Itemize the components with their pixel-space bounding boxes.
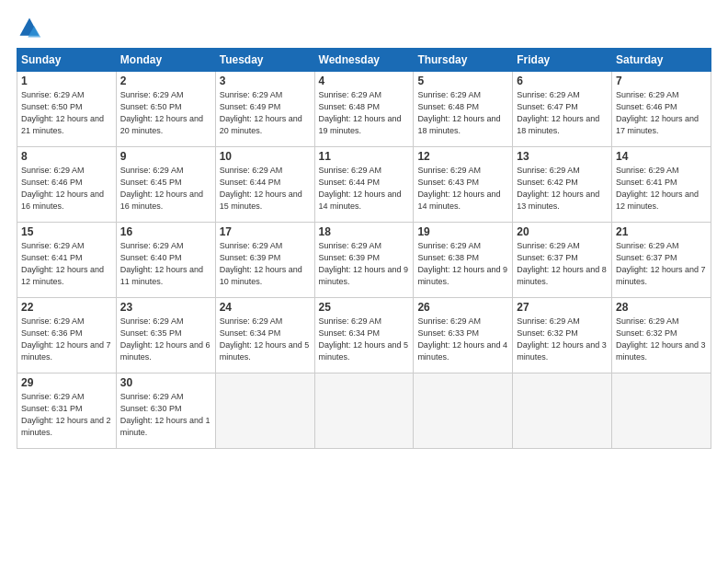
day-info: Sunrise: 6:29 AMSunset: 6:46 PMDaylight:… (21, 165, 112, 213)
day-number: 30 (120, 376, 211, 389)
day-info: Sunrise: 6:29 AMSunset: 6:50 PMDaylight:… (120, 89, 211, 137)
day-info: Sunrise: 6:29 AMSunset: 6:34 PMDaylight:… (220, 316, 311, 363)
day-header-sunday: Sunday (17, 49, 117, 72)
day-number: 14 (616, 150, 707, 163)
day-header-friday: Friday (513, 49, 612, 72)
day-info: Sunrise: 6:29 AMSunset: 6:40 PMDaylight:… (120, 240, 211, 288)
calendar-cell: 16Sunrise: 6:29 AMSunset: 6:40 PMDayligh… (116, 223, 215, 298)
day-header-wednesday: Wednesday (314, 49, 414, 72)
day-number: 7 (616, 75, 707, 87)
day-number: 24 (220, 301, 311, 314)
day-header-tuesday: Tuesday (215, 49, 314, 72)
calendar-cell: 14Sunrise: 6:29 AMSunset: 6:41 PMDayligh… (612, 147, 711, 223)
day-info: Sunrise: 6:29 AMSunset: 6:32 PMDaylight:… (616, 316, 707, 363)
day-number: 23 (120, 301, 211, 314)
day-number: 3 (220, 75, 311, 87)
day-info: Sunrise: 6:29 AMSunset: 6:42 PMDaylight:… (517, 165, 608, 213)
day-number: 25 (319, 301, 410, 314)
calendar-week-4: 22Sunrise: 6:29 AMSunset: 6:36 PMDayligh… (17, 298, 711, 373)
day-number: 17 (220, 225, 311, 238)
calendar-table: SundayMondayTuesdayWednesdayThursdayFrid… (17, 48, 711, 449)
calendar-cell: 23Sunrise: 6:29 AMSunset: 6:35 PMDayligh… (116, 298, 215, 373)
day-number: 4 (319, 75, 410, 87)
day-header-thursday: Thursday (414, 49, 513, 72)
calendar-cell: 3Sunrise: 6:29 AMSunset: 6:49 PMDaylight… (215, 72, 314, 147)
day-info: Sunrise: 6:29 AMSunset: 6:34 PMDaylight:… (319, 316, 410, 363)
calendar-cell: 19Sunrise: 6:29 AMSunset: 6:38 PMDayligh… (414, 223, 513, 298)
day-number: 15 (21, 225, 112, 238)
day-number: 2 (120, 75, 211, 87)
calendar-cell: 15Sunrise: 6:29 AMSunset: 6:41 PMDayligh… (17, 223, 117, 298)
day-info: Sunrise: 6:29 AMSunset: 6:47 PMDaylight:… (517, 89, 608, 137)
day-number: 12 (417, 150, 508, 163)
day-info: Sunrise: 6:29 AMSunset: 6:48 PMDaylight:… (319, 89, 410, 137)
day-info: Sunrise: 6:29 AMSunset: 6:39 PMDaylight:… (319, 240, 410, 288)
calendar-cell: 11Sunrise: 6:29 AMSunset: 6:44 PMDayligh… (314, 147, 414, 223)
calendar-cell: 28Sunrise: 6:29 AMSunset: 6:32 PMDayligh… (612, 298, 711, 373)
day-info: Sunrise: 6:29 AMSunset: 6:37 PMDaylight:… (517, 240, 608, 288)
day-number: 10 (220, 150, 311, 163)
calendar-cell (612, 373, 711, 449)
calendar-week-5: 29Sunrise: 6:29 AMSunset: 6:31 PMDayligh… (17, 373, 711, 449)
day-number: 8 (21, 150, 112, 163)
day-number: 21 (616, 225, 707, 238)
day-info: Sunrise: 6:29 AMSunset: 6:48 PMDaylight:… (417, 89, 508, 137)
day-info: Sunrise: 6:29 AMSunset: 6:45 PMDaylight:… (120, 165, 211, 213)
calendar-cell: 22Sunrise: 6:29 AMSunset: 6:36 PMDayligh… (17, 298, 117, 373)
calendar-cell: 21Sunrise: 6:29 AMSunset: 6:37 PMDayligh… (612, 223, 711, 298)
day-info: Sunrise: 6:29 AMSunset: 6:37 PMDaylight:… (616, 240, 707, 288)
calendar-week-2: 8Sunrise: 6:29 AMSunset: 6:46 PMDaylight… (17, 147, 711, 223)
calendar-cell: 20Sunrise: 6:29 AMSunset: 6:37 PMDayligh… (513, 223, 612, 298)
day-number: 26 (417, 301, 508, 314)
day-info: Sunrise: 6:29 AMSunset: 6:33 PMDaylight:… (417, 316, 508, 363)
day-number: 22 (21, 301, 112, 314)
header (17, 15, 711, 40)
calendar-cell: 9Sunrise: 6:29 AMSunset: 6:45 PMDaylight… (116, 147, 215, 223)
logo-icon (17, 15, 42, 40)
calendar-cell (414, 373, 513, 449)
day-info: Sunrise: 6:29 AMSunset: 6:46 PMDaylight:… (616, 89, 707, 137)
calendar-cell: 18Sunrise: 6:29 AMSunset: 6:39 PMDayligh… (314, 223, 414, 298)
calendar-cell: 26Sunrise: 6:29 AMSunset: 6:33 PMDayligh… (414, 298, 513, 373)
calendar-cell: 2Sunrise: 6:29 AMSunset: 6:50 PMDaylight… (116, 72, 215, 147)
calendar-cell: 24Sunrise: 6:29 AMSunset: 6:34 PMDayligh… (215, 298, 314, 373)
day-number: 9 (120, 150, 211, 163)
calendar-cell: 27Sunrise: 6:29 AMSunset: 6:32 PMDayligh… (513, 298, 612, 373)
day-info: Sunrise: 6:29 AMSunset: 6:39 PMDaylight:… (220, 240, 311, 288)
day-info: Sunrise: 6:29 AMSunset: 6:32 PMDaylight:… (517, 316, 608, 363)
calendar-week-1: 1Sunrise: 6:29 AMSunset: 6:50 PMDaylight… (17, 72, 711, 147)
day-number: 11 (319, 150, 410, 163)
calendar-cell: 7Sunrise: 6:29 AMSunset: 6:46 PMDaylight… (612, 72, 711, 147)
calendar-cell: 4Sunrise: 6:29 AMSunset: 6:48 PMDaylight… (314, 72, 414, 147)
day-number: 16 (120, 225, 211, 238)
day-number: 29 (21, 376, 112, 389)
day-info: Sunrise: 6:29 AMSunset: 6:38 PMDaylight:… (417, 240, 508, 288)
day-header-monday: Monday (116, 49, 215, 72)
day-info: Sunrise: 6:29 AMSunset: 6:44 PMDaylight:… (319, 165, 410, 213)
calendar-header-row: SundayMondayTuesdayWednesdayThursdayFrid… (17, 49, 711, 72)
calendar-week-3: 15Sunrise: 6:29 AMSunset: 6:41 PMDayligh… (17, 223, 711, 298)
day-number: 27 (517, 301, 608, 314)
calendar-cell (215, 373, 314, 449)
day-number: 28 (616, 301, 707, 314)
calendar-cell: 6Sunrise: 6:29 AMSunset: 6:47 PMDaylight… (513, 72, 612, 147)
calendar-cell: 5Sunrise: 6:29 AMSunset: 6:48 PMDaylight… (414, 72, 513, 147)
logo (17, 15, 46, 40)
day-number: 6 (517, 75, 608, 87)
day-number: 5 (417, 75, 508, 87)
day-number: 13 (517, 150, 608, 163)
day-number: 19 (417, 225, 508, 238)
day-info: Sunrise: 6:29 AMSunset: 6:41 PMDaylight:… (21, 240, 112, 288)
day-info: Sunrise: 6:29 AMSunset: 6:35 PMDaylight:… (120, 316, 211, 363)
day-info: Sunrise: 6:29 AMSunset: 6:30 PMDaylight:… (120, 391, 211, 439)
calendar-cell: 25Sunrise: 6:29 AMSunset: 6:34 PMDayligh… (314, 298, 414, 373)
day-info: Sunrise: 6:29 AMSunset: 6:43 PMDaylight:… (417, 165, 508, 213)
calendar-cell: 10Sunrise: 6:29 AMSunset: 6:44 PMDayligh… (215, 147, 314, 223)
day-number: 1 (21, 75, 112, 87)
calendar-cell: 29Sunrise: 6:29 AMSunset: 6:31 PMDayligh… (17, 373, 117, 449)
day-info: Sunrise: 6:29 AMSunset: 6:44 PMDaylight:… (220, 165, 311, 213)
day-info: Sunrise: 6:29 AMSunset: 6:49 PMDaylight:… (220, 89, 311, 137)
day-header-saturday: Saturday (612, 49, 711, 72)
calendar-cell (513, 373, 612, 449)
page: SundayMondayTuesdayWednesdayThursdayFrid… (0, 0, 728, 563)
